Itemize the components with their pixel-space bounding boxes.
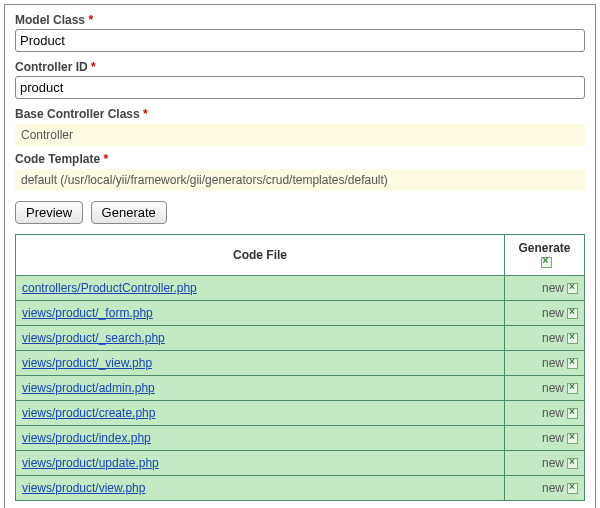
table-row: views/product/update.phpnew: [16, 451, 585, 476]
generate-cell: new: [505, 401, 585, 426]
row-checkbox[interactable]: [567, 408, 578, 419]
file-status: new: [542, 306, 564, 320]
row-checkbox[interactable]: [567, 458, 578, 469]
file-status: new: [542, 406, 564, 420]
generate-button[interactable]: Generate: [91, 201, 167, 224]
preview-button[interactable]: Preview: [15, 201, 83, 224]
code-file-cell: views/product/_search.php: [16, 326, 505, 351]
required-marker: *: [103, 152, 108, 166]
code-file-link[interactable]: views/product/index.php: [22, 431, 151, 445]
required-marker: *: [91, 60, 96, 74]
code-file-cell: views/product/_view.php: [16, 351, 505, 376]
generate-cell: new: [505, 301, 585, 326]
code-file-link[interactable]: views/product/view.php: [22, 481, 145, 495]
file-status: new: [542, 281, 564, 295]
table-row: views/product/_view.phpnew: [16, 351, 585, 376]
base-controller-row: Base Controller Class *: [15, 107, 585, 123]
file-status: new: [542, 381, 564, 395]
code-file-cell: views/product/admin.php: [16, 376, 505, 401]
controller-id-input[interactable]: [15, 76, 585, 99]
row-checkbox[interactable]: [567, 433, 578, 444]
file-status: new: [542, 481, 564, 495]
code-file-link[interactable]: controllers/ProductController.php: [22, 281, 197, 295]
controller-id-label: Controller ID *: [15, 60, 96, 74]
model-class-input[interactable]: [15, 29, 585, 52]
header-code-file: Code File: [16, 235, 505, 276]
code-file-link[interactable]: views/product/_form.php: [22, 306, 153, 320]
code-file-cell: views/product/_form.php: [16, 301, 505, 326]
generate-cell: new: [505, 376, 585, 401]
code-file-link[interactable]: views/product/update.php: [22, 456, 159, 470]
row-checkbox[interactable]: [567, 283, 578, 294]
code-file-cell: views/product/index.php: [16, 426, 505, 451]
file-status: new: [542, 331, 564, 345]
table-row: views/product/_search.phpnew: [16, 326, 585, 351]
base-controller-value: Controller: [15, 124, 585, 146]
code-template-value: default (/usr/local/yii/framework/gii/ge…: [15, 169, 585, 191]
generate-cell: new: [505, 326, 585, 351]
base-controller-label: Base Controller Class *: [15, 107, 148, 121]
code-file-cell: views/product/update.php: [16, 451, 505, 476]
controller-id-row: Controller ID *: [15, 60, 585, 99]
required-marker: *: [88, 13, 93, 27]
row-checkbox[interactable]: [567, 308, 578, 319]
file-status: new: [542, 431, 564, 445]
table-row: views/product/view.phpnew: [16, 476, 585, 501]
action-buttons: Preview Generate: [15, 201, 585, 224]
code-file-link[interactable]: views/product/_search.php: [22, 331, 165, 345]
table-row: views/product/index.phpnew: [16, 426, 585, 451]
code-template-label: Code Template *: [15, 152, 108, 166]
model-class-label: Model Class *: [15, 13, 93, 27]
row-checkbox[interactable]: [567, 483, 578, 494]
select-all-checkbox[interactable]: [541, 257, 552, 268]
generate-cell: new: [505, 451, 585, 476]
table-row: views/product/_form.phpnew: [16, 301, 585, 326]
row-checkbox[interactable]: [567, 383, 578, 394]
code-file-cell: controllers/ProductController.php: [16, 276, 505, 301]
model-class-row: Model Class *: [15, 13, 585, 52]
code-file-link[interactable]: views/product/admin.php: [22, 381, 155, 395]
row-checkbox[interactable]: [567, 358, 578, 369]
generator-form: Model Class * Controller ID * Base Contr…: [4, 4, 596, 508]
table-row: views/product/admin.phpnew: [16, 376, 585, 401]
generate-cell: new: [505, 426, 585, 451]
code-file-link[interactable]: views/product/_view.php: [22, 356, 152, 370]
generate-cell: new: [505, 476, 585, 501]
generate-cell: new: [505, 351, 585, 376]
code-file-link[interactable]: views/product/create.php: [22, 406, 155, 420]
file-status: new: [542, 356, 564, 370]
code-template-row: Code Template *: [15, 152, 585, 168]
file-status: new: [542, 456, 564, 470]
row-checkbox[interactable]: [567, 333, 578, 344]
header-generate: Generate: [505, 235, 585, 276]
table-row: views/product/create.phpnew: [16, 401, 585, 426]
required-marker: *: [143, 107, 148, 121]
table-row: controllers/ProductController.phpnew: [16, 276, 585, 301]
code-files-table: Code File Generate controllers/ProductCo…: [15, 234, 585, 501]
generate-cell: new: [505, 276, 585, 301]
code-file-cell: views/product/create.php: [16, 401, 505, 426]
code-file-cell: views/product/view.php: [16, 476, 505, 501]
